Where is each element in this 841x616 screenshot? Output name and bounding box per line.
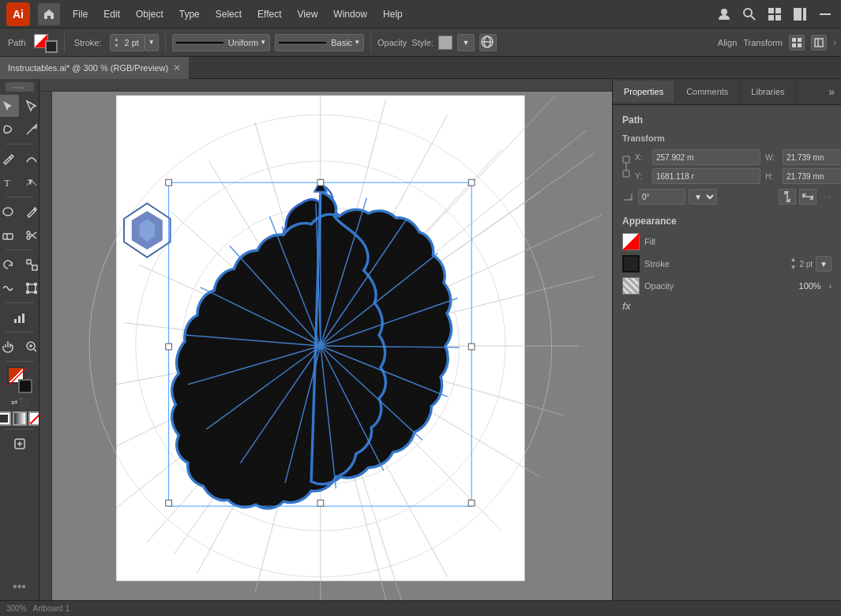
horizontal-ruler [39, 79, 612, 92]
stroke-value: 2 pt [799, 260, 813, 269]
line-style-dropdown[interactable]: Uniform ▼ [172, 34, 270, 51]
minimize-icon[interactable] [816, 5, 835, 24]
separator-2 [165, 33, 166, 52]
symbol-btn[interactable] [9, 433, 31, 455]
stroke-unit-dropdown[interactable]: ▼ [145, 34, 159, 51]
zoom-tool[interactable] [21, 336, 40, 358]
transform-btn[interactable]: Transform [743, 38, 783, 47]
none-fill-btn[interactable] [28, 411, 40, 426]
lasso-tool[interactable] [0, 118, 19, 141]
fill-label: Fill [644, 237, 832, 246]
menu-file[interactable]: File [66, 6, 94, 23]
type-path-tool[interactable]: T [21, 171, 40, 193]
fill-stroke-swatches[interactable] [34, 32, 58, 53]
menu-select[interactable]: Select [209, 6, 248, 23]
status-artboard: Artboard 1 [33, 604, 70, 613]
libraries-tab[interactable]: Libraries [740, 81, 796, 103]
direct-selection-tool[interactable] [21, 95, 40, 117]
globe-btn[interactable] [479, 34, 497, 51]
svg-rect-24 [3, 234, 13, 239]
panel-toggle-icon[interactable] [790, 5, 809, 24]
column-graph-tool[interactable] [9, 306, 31, 329]
solid-fill-btn[interactable] [0, 411, 11, 426]
color-swatch-group[interactable] [6, 366, 34, 393]
more-transform-btn[interactable]: ··· [820, 192, 832, 201]
fill-swatch[interactable] [622, 233, 640, 250]
stroke-up-btn[interactable]: ▲ [790, 256, 796, 264]
panel-grid-btn[interactable] [789, 35, 805, 51]
pen-tool[interactable] [0, 148, 19, 170]
panels-icon[interactable] [765, 5, 784, 24]
ellipse-tool[interactable] [0, 201, 19, 223]
swap-default-colors[interactable]: ⇄ ⬛ [11, 398, 28, 407]
menu-type[interactable]: Type [173, 6, 206, 23]
tool-sep-1 [6, 144, 34, 145]
separator-1 [64, 33, 65, 52]
stroke-down-btn[interactable]: ▼ [790, 264, 796, 272]
svg-line-46 [30, 413, 40, 424]
panel-expand-btn[interactable]: » [822, 79, 841, 104]
free-transform-tool[interactable] [21, 277, 40, 299]
magic-wand-tool[interactable] [21, 118, 40, 141]
stroke-dropdown[interactable]: ▼ [816, 256, 832, 272]
hand-tool[interactable] [0, 336, 19, 358]
svg-point-35 [34, 284, 36, 286]
w-input[interactable] [783, 149, 841, 165]
canvas-content[interactable] [52, 92, 612, 600]
eraser-tool[interactable] [0, 224, 19, 246]
menu-window[interactable]: Window [327, 6, 374, 23]
stroke-controls: ▲ ▼ 2 pt ▼ [790, 256, 832, 272]
canvas-area[interactable] [39, 79, 612, 600]
menu-view[interactable]: View [291, 6, 325, 23]
h-input[interactable] [783, 168, 841, 184]
stroke-style-dropdown[interactable]: Basic ▼ [275, 34, 364, 51]
panel-arrange-btn[interactable] [811, 35, 827, 51]
menu-object[interactable]: Object [130, 6, 170, 23]
selection-tool[interactable] [0, 95, 19, 117]
menu-edit[interactable]: Edit [97, 6, 126, 23]
document-tab[interactable]: Instructables.ai* @ 300 % (RGB/Preview) … [0, 57, 189, 79]
fx-button[interactable]: fx [622, 301, 832, 312]
svg-point-26 [27, 231, 30, 235]
x-input[interactable] [652, 149, 760, 165]
swap-icon[interactable]: ⇄ [11, 398, 17, 407]
search-icon[interactable] [740, 5, 759, 24]
menu-effect[interactable]: Effect [251, 6, 287, 23]
angle-input[interactable] [638, 189, 685, 205]
more-panel-btn[interactable]: › [833, 37, 836, 48]
svg-rect-5 [768, 15, 774, 21]
svg-rect-8 [803, 8, 806, 21]
style-preview[interactable] [438, 36, 452, 50]
svg-rect-40 [22, 314, 24, 323]
comments-tab[interactable]: Comments [675, 81, 740, 103]
rotate-tool[interactable] [0, 254, 19, 276]
stroke-spinner[interactable]: ▲ ▼ [112, 36, 122, 49]
gradient-fill-btn[interactable] [13, 411, 27, 426]
properties-tab[interactable]: Properties [613, 81, 675, 103]
doc-tab-close[interactable]: ✕ [173, 62, 181, 73]
style-dropdown[interactable]: ▼ [457, 34, 475, 51]
flip-vertical-btn[interactable] [799, 189, 817, 205]
scissors-tool[interactable] [21, 224, 40, 246]
stroke-swatch[interactable] [622, 255, 640, 272]
curvature-tool[interactable] [21, 148, 40, 170]
default-colors-icon[interactable]: ⬛ [19, 398, 28, 407]
menu-help[interactable]: Help [377, 6, 409, 23]
scale-tool[interactable] [21, 254, 40, 276]
opacity-expand-btn[interactable]: › [829, 282, 832, 291]
account-icon[interactable] [715, 5, 734, 24]
ellipsis-icon[interactable]: ••• [13, 580, 26, 593]
y-input[interactable] [652, 168, 760, 184]
warp-tool[interactable] [0, 277, 19, 299]
stroke-spinner[interactable]: ▲ ▼ [790, 256, 796, 271]
more-tools-btn[interactable]: ••• [13, 580, 26, 597]
angle-dropdown[interactable]: ▼ [689, 189, 717, 205]
flip-horizontal-btn[interactable] [779, 189, 796, 205]
home-icon[interactable] [38, 3, 60, 25]
pencil-tool[interactable] [21, 201, 40, 223]
align-btn[interactable]: Align [718, 38, 737, 47]
svg-text:T: T [4, 177, 10, 189]
type-tool[interactable]: T [0, 171, 19, 193]
svg-rect-125 [166, 179, 172, 186]
svg-line-42 [34, 349, 36, 351]
